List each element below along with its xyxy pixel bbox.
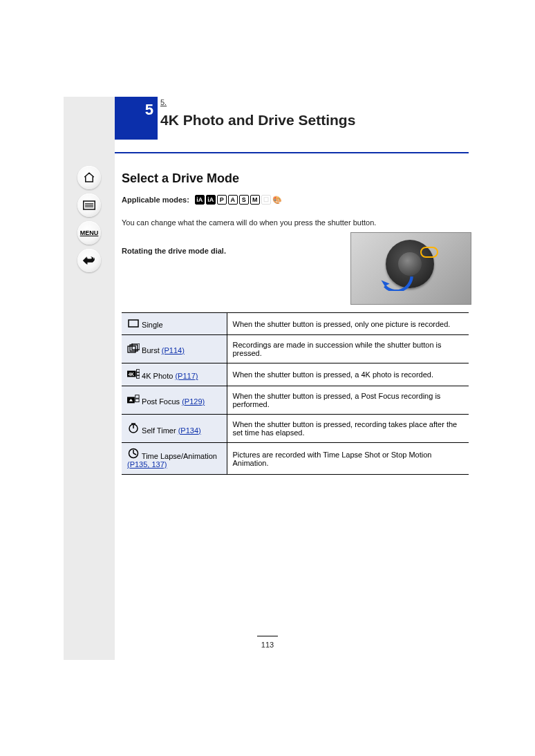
single-icon [127, 319, 140, 328]
self-timer-icon [127, 423, 140, 433]
applicable-modes: Applicable modes: iA iA P A S M ☐ 🎨 [122, 195, 282, 205]
contents-button[interactable] [77, 193, 101, 217]
timelapse-icon [127, 448, 140, 458]
drive-mode-table: Single When the shutter button is presse… [122, 312, 469, 475]
drive-label: Self Timer [142, 426, 176, 435]
intro-text: You can change what the camera will do w… [122, 218, 398, 229]
home-button[interactable] [77, 166, 101, 189]
page-ref-link[interactable]: (P134) [178, 426, 201, 435]
page-ref-link[interactable]: (P135, 137) [127, 460, 167, 469]
svg-text:4K: 4K [129, 372, 135, 377]
svg-rect-11 [137, 372, 140, 375]
divider [115, 152, 469, 153]
drive-desc: When the shutter button is pressed, only… [233, 320, 451, 328]
svg-rect-4 [129, 320, 138, 327]
drive-label: Post Focus [142, 397, 180, 406]
svg-rect-10 [137, 370, 140, 372]
camera-photo [350, 232, 471, 305]
drive-desc: Recordings are made in succession while … [233, 341, 442, 357]
chapter-number: 5 [145, 101, 153, 119]
mode-icon-movie: ☐ [261, 195, 271, 205]
table-row: Time Lapse/Animation (P135, 137) Picture… [122, 443, 469, 475]
table-row: Single When the shutter button is presse… [122, 313, 469, 335]
mode-icon-iaplus: iA [206, 195, 216, 205]
sidebar: MENU [64, 97, 115, 660]
page-footer: 113 [64, 632, 471, 649]
section-title: Select a Drive Mode [122, 171, 239, 186]
mode-icon-a: A [228, 195, 238, 205]
table-row: Self Timer (P134) When the shutter butto… [122, 415, 469, 443]
mode-icon-m: M [250, 195, 260, 205]
drive-desc: When the shutter button is pressed, a 4K… [233, 370, 433, 379]
chapter-label: 5. [160, 98, 167, 106]
modes-label: Applicable modes: [122, 196, 189, 204]
rotate-arrow-icon [379, 273, 415, 291]
svg-rect-12 [137, 376, 140, 379]
page-ref-link[interactable]: (P114) [162, 346, 185, 355]
drive-desc: When the shutter button is pressed, a Po… [233, 392, 441, 408]
dial-highlight [420, 247, 438, 258]
4k-photo-icon: 4K [127, 369, 140, 379]
burst-icon [127, 343, 140, 353]
table-row: 4K 4K Photo (P117) When the shutter butt… [122, 363, 469, 386]
drive-desc: Pictures are recorded with Time Lapse Sh… [233, 451, 432, 467]
post-focus-icon [127, 395, 140, 404]
list-icon [83, 200, 95, 210]
page-ref-link[interactable]: (P129) [182, 397, 205, 406]
chapter-title: 4K Photo and Drive Settings [160, 112, 355, 129]
mode-icon-ia: iA [195, 195, 205, 205]
back-arrow-icon [82, 255, 96, 266]
drive-label: Burst [142, 346, 160, 355]
instruction-text: Rotating the drive mode dial. [122, 246, 343, 257]
back-button[interactable] [77, 249, 101, 272]
mode-icon-s: S [239, 195, 249, 205]
drive-desc: When the shutter button is pressed, reco… [233, 420, 458, 437]
page-number: 113 [261, 641, 274, 649]
svg-line-21 [133, 453, 136, 455]
table-row: Burst (P114) Recordings are made in succ… [122, 335, 469, 363]
home-icon [83, 171, 95, 184]
svg-rect-14 [135, 395, 139, 399]
chapter-badge: 5 [115, 97, 158, 140]
page-ref-link[interactable]: (P117) [175, 372, 198, 380]
mode-icon-creative: 🎨 [272, 196, 282, 205]
drive-label: Single [142, 321, 163, 329]
menu-button[interactable]: MENU [77, 221, 101, 245]
mode-icon-p: P [217, 195, 227, 205]
drive-label: Time Lapse/Animation [142, 452, 217, 460]
drive-label: 4K Photo [142, 372, 173, 380]
manual-page: MENU 5 5. 4K Photo and Drive Settings Se… [64, 97, 471, 660]
table-row: Post Focus (P129) When the shutter butto… [122, 386, 469, 415]
svg-rect-15 [135, 399, 139, 402]
